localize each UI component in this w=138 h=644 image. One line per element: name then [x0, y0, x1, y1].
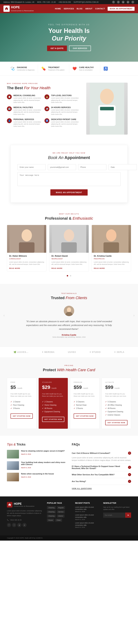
service-top-doctors: 👨‍⚕️ TOP-LEVEL DOCTORS Lorem ipsum dolor…	[45, 94, 79, 104]
phone-input[interactable]	[78, 164, 106, 170]
team-photo-2	[49, 225, 88, 253]
service-personal-text: PERSONAL SERVICES Lorem ipsum dolor sit …	[13, 118, 42, 128]
tag-clean[interactable]: Clean	[55, 518, 62, 522]
date-input[interactable]	[109, 164, 137, 170]
tag-service[interactable]: Service	[57, 510, 65, 514]
footer-logo: HOPE Construction & Renovation	[7, 502, 43, 508]
newsletter-submit-button[interactable]: ➤	[125, 512, 131, 518]
google-icon[interactable]: g	[122, 1, 125, 4]
pricing-tier-free: FREE	[10, 382, 33, 383]
service-top-doctors-text: TOP-LEVEL DOCTORS Lorem ipsum dolor sit …	[51, 94, 79, 104]
logo: HOPE Construction & Renovation	[3, 6, 34, 12]
footer-newsletter-col: NEWSLETTER Sign up for our mailing list …	[103, 502, 131, 530]
service-desc: Lorem ipsum dolor sit amet, consectetur …	[51, 121, 79, 128]
testimonial-prev-arrow[interactable]: ‹	[3, 313, 5, 317]
pricing-cta-ultimate[interactable]: GET STARTED NOW	[105, 420, 128, 425]
list-item: Exterior Glasses	[105, 413, 128, 416]
pricing-cta-premium[interactable]: GET STARTED NOW	[74, 414, 96, 419]
team-readmore-2[interactable]: READ MORE	[51, 268, 63, 269]
brand-studio: ✦ STUDIO	[89, 351, 101, 353]
faq-toggle-1[interactable]: ✕	[128, 452, 131, 455]
24hours-icon: 🚑	[45, 106, 49, 111]
footer-fb-icon[interactable]: f	[7, 523, 11, 527]
hero-content: FEEL THE DIFFERENCE WITH US Your Health …	[47, 24, 91, 51]
logo-name: HOPE	[11, 6, 34, 9]
nav-home[interactable]: HOME	[55, 8, 61, 10]
faq-toggle-3[interactable]: +	[128, 473, 131, 476]
list-item: Lorem ipsum dolor sit amet consectetur a…	[75, 514, 99, 520]
view-all-faqs-link[interactable]: VIEW ALL QUESTIONS	[72, 488, 92, 490]
team-photo-1	[7, 225, 46, 253]
twitter-icon[interactable]: t	[117, 1, 120, 4]
feature-diagnose: 🩺 DIAGNOSE Construction & diagnoses	[7, 64, 38, 73]
instagram-icon[interactable]: i	[132, 1, 134, 4]
tip-text-2: Your building look alway modern and shin…	[21, 461, 66, 469]
tag-house[interactable]: House	[47, 518, 54, 522]
tag-regular[interactable]: Regular	[57, 506, 65, 509]
team-readmore-1[interactable]: READ MORE	[9, 268, 20, 269]
tag-cleaning-3[interactable]: Cleaning	[47, 514, 56, 518]
post-link-3[interactable]: Lorem ipsum dolor sit amet consectetur a…	[75, 522, 94, 526]
pinterest-icon[interactable]: p	[127, 1, 129, 4]
tag-cleaning-1[interactable]: Cleaning	[47, 506, 56, 509]
facebook-icon[interactable]: f	[112, 1, 115, 4]
tag-cleaning-2[interactable]: Cleaning	[47, 510, 56, 514]
feature-care: ❤️ CARE HEALTHY Care & consultation	[69, 64, 100, 73]
care-icon: ❤️	[72, 66, 77, 71]
team-desc-2: Lorem ipsum dolor sit amet, consectetur …	[51, 261, 86, 265]
faq-question-text-4: Are You Hiring?	[72, 480, 128, 482]
service-title: MEDICAL FACILITIES	[13, 106, 42, 108]
hero-title-line1: Your Health Is	[48, 27, 89, 34]
pricing-amount-premium: $59	[74, 384, 82, 390]
faq-toggle-4[interactable]: +	[128, 480, 131, 483]
get-quote-button[interactable]: GET A QUOTE	[47, 46, 67, 51]
pricing-features-free: 1 Cleaner Floor Cleaning 3 Rooms	[10, 400, 33, 410]
team-dot-2[interactable]	[70, 275, 71, 276]
nav-services[interactable]: SERVICES	[64, 8, 74, 10]
pricing-title: Protect With Health Care Card	[7, 368, 131, 372]
pricing-title-prefix: Protect	[43, 368, 56, 372]
faq-question-2[interactable]: If I Have a Technical Problem Or Support…	[72, 464, 131, 471]
our-services-button[interactable]: OUR SERVICES	[69, 46, 91, 51]
service-title: PERSONAL SERVICES	[13, 118, 42, 120]
faq-toggle-2[interactable]: +	[128, 466, 131, 469]
team-name-3: Dr. Kristina Castle	[94, 255, 129, 257]
pricing-cta-standard[interactable]: GET STARTED NOW	[42, 417, 64, 422]
treatment-title: TREATMENT	[48, 66, 64, 68]
faq-question-4[interactable]: Are You Hiring? +	[72, 478, 131, 485]
best-section: WHY CHOOSE HOPE PROVIDE The Best For You…	[0, 76, 138, 142]
faq-question-3[interactable]: What Other Services Are You Compatible W…	[72, 471, 131, 478]
nav-blog[interactable]: BLOG	[77, 8, 83, 10]
footer-pt-icon[interactable]: p	[22, 523, 27, 527]
testimonial-quote: "It's been an absolute pleasure to work …	[26, 320, 112, 331]
appointment-submit-button[interactable]: MAKE AN APPOINTMENT	[50, 189, 88, 196]
hero-subtitle: FEEL THE DIFFERENCE WITH US	[47, 24, 91, 26]
nav-contact[interactable]: CONTACT	[95, 8, 105, 10]
footer-tw-icon[interactable]: t	[12, 523, 16, 527]
post-link-2[interactable]: Lorem ipsum dolor sit amet consectetur a…	[75, 514, 94, 518]
team-readmore-3[interactable]: READ MORE	[94, 268, 105, 269]
nav-about[interactable]: ABOUT	[85, 8, 92, 10]
pricing-tier-standard: STANDARD	[42, 382, 64, 383]
pricing-cta-free[interactable]: GET STARTED NOW	[10, 414, 33, 419]
name-input[interactable]	[17, 164, 46, 170]
testimonial-label: TESTIMONIALS	[10, 292, 128, 294]
newsletter-email-input[interactable]	[103, 512, 125, 518]
tag-interior[interactable]: Interior	[57, 514, 65, 518]
logo-icon	[3, 6, 10, 12]
footer-gp-icon[interactable]: g	[17, 523, 21, 527]
faq-question-1[interactable]: Can I Get A Divorce Without A Consultant…	[72, 450, 131, 456]
service-desc: Lorem ipsum dolor sit amet, consectetur …	[13, 97, 42, 104]
hero-section: FEEL THE DIFFERENCE WITH US Your Health …	[0, 13, 138, 62]
team-dot-1[interactable]	[67, 275, 68, 276]
testimonial-next-arrow[interactable]: ›	[133, 313, 135, 317]
message-textarea[interactable]	[17, 172, 121, 186]
nav-book-btn[interactable]: BOOK AN APPOINTMENT	[108, 7, 135, 11]
medical-facilities-icon: 🏥	[7, 106, 12, 111]
post-link-1[interactable]: Lorem ipsum dolor sit amet consectetur a…	[75, 506, 94, 510]
email-input[interactable]	[48, 164, 76, 170]
footer-logo-icon	[7, 502, 12, 508]
tip-item-2: Your building look alway modern and shin…	[7, 461, 66, 470]
treatment-sub: Treatment of the patient	[48, 69, 64, 71]
service-title: MEDICAL COUNSELING	[13, 94, 42, 96]
